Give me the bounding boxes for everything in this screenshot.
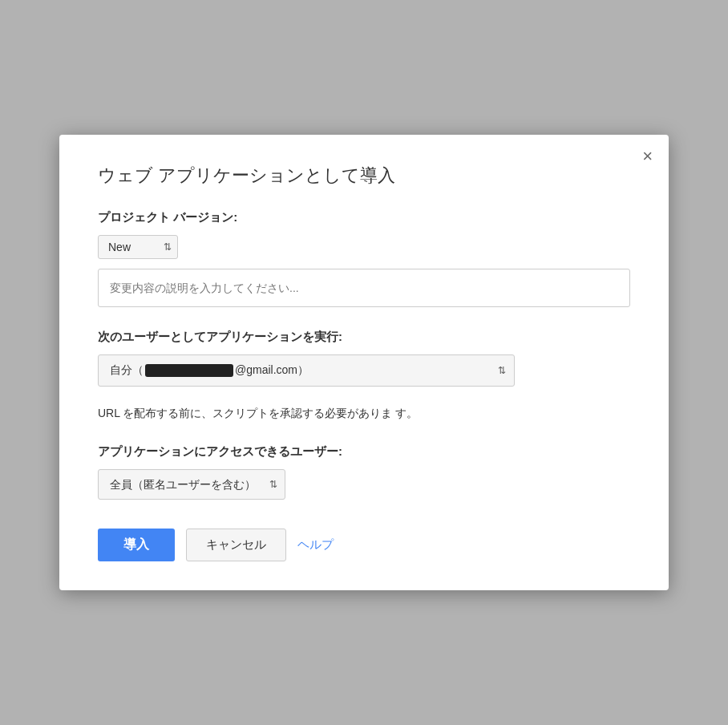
warning-text: URL を配布する前に、スクリプトを承認する必要がありま す。 [98,404,630,422]
run-as-label: 次のユーザーとしてアプリケーションを実行: [98,330,630,345]
run-as-section: 次のユーザーとしてアプリケーションを実行: 自分（@gmail.com）⇅ [98,330,630,398]
project-version-label: プロジェクト バージョン: [98,210,630,225]
overlay: × ウェブ アプリケーションとして導入 プロジェクト バージョン: New ⇅ … [0,0,728,725]
access-select-wrapper: 全員（匿名ユーザーを含む） 自分のみ ⇅ [98,469,285,500]
dialog-footer: 導入 キャンセル ヘルプ [98,529,630,561]
cancel-button[interactable]: キャンセル [186,529,286,561]
access-label: アプリケーションにアクセスできるユーザー: [98,444,630,460]
description-input[interactable] [98,269,630,307]
dialog: × ウェブ アプリケーションとして導入 プロジェクト バージョン: New ⇅ … [59,135,669,590]
dialog-title: ウェブ アプリケーションとして導入 [98,164,630,188]
user-select-wrapper: 自分（@gmail.com）⇅ [98,354,515,387]
version-select-wrapper: New ⇅ [98,235,178,259]
deploy-button[interactable]: 導入 [98,529,175,561]
access-select[interactable]: 全員（匿名ユーザーを含む） 自分のみ [98,469,285,500]
access-section: アプリケーションにアクセスできるユーザー: 全員（匿名ユーザーを含む） 自分のみ… [98,444,630,500]
user-display: 自分（@gmail.com）⇅ [98,354,515,387]
close-button[interactable]: × [642,148,653,165]
help-button[interactable]: ヘルプ [297,537,334,553]
version-select[interactable]: New [98,235,178,259]
